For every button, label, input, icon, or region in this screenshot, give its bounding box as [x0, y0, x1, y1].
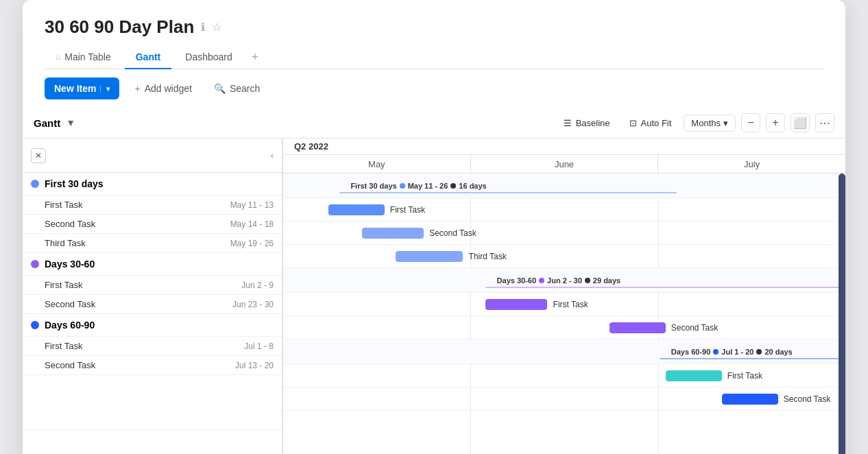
gantt-bar-first-task-blue [328, 204, 385, 215]
more-options-button[interactable]: ⋯ [815, 113, 834, 132]
chart-task-row-first-task-60: First Task [283, 293, 845, 316]
tab-gantt[interactable]: Gantt [125, 46, 172, 69]
info-icon[interactable]: ℹ [201, 21, 205, 34]
chart-task-row-first-task-30: First Task [283, 198, 845, 222]
group-dot-days-60-90 [31, 321, 39, 329]
group-bar-label-days-60-90: Days 60-90 Jul 1 - 20 20 days [671, 348, 793, 356]
right-scrollbar[interactable] [839, 174, 845, 454]
chart-group-row-first-30: First 30 days May 11 - 26 16 days [283, 174, 845, 198]
month-col-may: May [283, 155, 471, 173]
group-underline-bar-30-60 [485, 287, 845, 288]
group-underline-bar-first-30 [339, 192, 677, 193]
tabs-row: ⌂ Main Table Gantt Dashboard + [45, 46, 823, 69]
chart-task-row-second-task-30: Second Task [283, 222, 845, 245]
new-item-chevron: ▾ [100, 85, 110, 93]
group-dot-first-30 [31, 180, 39, 188]
task-row: First Task Jul 1 - 8 [23, 337, 282, 356]
task-row: Second Task Jun 23 - 30 [23, 295, 282, 314]
bar-label-first-task-60: First Task [553, 300, 588, 309]
group-header-first-30: First 30 days [23, 173, 282, 195]
export-button[interactable]: ⬜ [791, 113, 810, 132]
task-row: Second Task Jul 13 - 20 [23, 356, 282, 375]
home-icon: ⌂ [56, 52, 60, 62]
tab-add-button[interactable]: + [246, 47, 265, 67]
tab-main-table[interactable]: ⌂ Main Table [45, 46, 122, 69]
collapse-arrow[interactable]: ‹ [271, 150, 274, 160]
gantt-left-rows: First 30 days First Task May 11 - 13 Sec… [23, 173, 282, 454]
collapse-button[interactable]: ✕ [31, 148, 46, 163]
gantt-chart-area: First 30 days May 11 - 26 16 days First … [283, 174, 845, 454]
page-title: 30 60 90 Day Plan [45, 16, 194, 38]
search-button[interactable]: 🔍 Search [207, 79, 267, 98]
group-dot-days-30-60 [31, 260, 39, 268]
chevron-down-icon: ▾ [723, 118, 728, 128]
months-select[interactable]: Months ▾ [684, 115, 736, 132]
month-row: May June July [283, 155, 845, 173]
autofit-button[interactable]: ⊡ Auto Fit [623, 115, 679, 131]
title-row: 30 60 90 Day Plan ℹ ☆ [45, 16, 823, 38]
new-item-button[interactable]: New Item ▾ [45, 77, 119, 99]
gantt-right-panel: Q2 2022 May June July [283, 139, 845, 454]
baseline-button[interactable]: ☰ Baseline [557, 115, 617, 131]
group-bar-label-first-30: First 30 days May 11 - 26 16 days [350, 182, 486, 190]
search-icon: 🔍 [214, 83, 226, 94]
task-row: First Task May 11 - 13 [23, 195, 282, 215]
quarter-row: Q2 2022 [283, 139, 845, 155]
bar-label-second-task-90: Second Task [784, 394, 831, 404]
gantt-title: Gantt ▼ [34, 117, 75, 129]
month-col-june: June [471, 155, 659, 173]
chart-task-row-second-task-90: Second Task [283, 387, 845, 411]
group-header-days-60-90: Days 60-90 [23, 314, 282, 337]
header: 30 60 90 Day Plan ℹ ☆ ⌂ Main Table Gantt… [23, 0, 845, 69]
gantt-controls: ☰ Baseline ⊡ Auto Fit Months ▾ − + ⬜ ⋯ [557, 113, 834, 132]
gantt-body: ✕ ‹ First 30 days First Task May 11 - 13… [23, 139, 845, 454]
autofit-icon: ⊡ [629, 118, 637, 128]
filter-icon[interactable]: ▼ [66, 117, 75, 128]
gantt-bar-first-task-purple [485, 299, 547, 310]
add-widget-icon: + [134, 83, 140, 94]
app-window: 30 60 90 Day Plan ℹ ☆ ⌂ Main Table Gantt… [23, 0, 845, 454]
task-row: First Task Jun 2 - 9 [23, 276, 282, 295]
bar-label-third-task: Third Task [469, 252, 507, 261]
gantt-container: Gantt ▼ ☰ Baseline ⊡ Auto Fit Months ▾ −… [23, 108, 845, 454]
month-col-july: July [658, 155, 845, 173]
gantt-bar-second-task-blue [362, 228, 424, 239]
chart-task-row-second-task-60: Second Task [283, 316, 845, 339]
baseline-icon: ☰ [564, 118, 572, 128]
quarter-label: Q2 2022 [283, 141, 339, 152]
bar-label-first-task-90: First Task [727, 371, 762, 381]
chart-empty-row [283, 411, 845, 454]
chart-group-row-days-30-60: Days 30-60 Jun 2 - 30 29 days [283, 268, 845, 293]
group-underline-bar-60-90 [660, 358, 845, 359]
task-row: Second Task May 14 - 18 [23, 215, 282, 234]
gantt-right-header: Q2 2022 May June July [283, 139, 845, 174]
group-bar-label-days-30-60: Days 30-60 Jun 2 - 30 29 days [497, 276, 621, 285]
task-row: Third Task May 19 - 26 [23, 234, 282, 253]
star-icon[interactable]: ☆ [212, 21, 221, 34]
gantt-bar-second-task-purple [610, 322, 666, 333]
zoom-in-button[interactable]: + [766, 113, 785, 132]
gantt-bar-first-task-teal [666, 370, 722, 381]
export-icon: ⬜ [793, 117, 807, 130]
gantt-left-header: ✕ ‹ [23, 139, 282, 173]
chart-group-row-days-60-90: Days 60-90 Jul 1 - 20 20 days [283, 339, 845, 364]
zoom-out-button[interactable]: − [741, 113, 760, 132]
chart-task-row-third-task-30: Third Task [283, 245, 845, 268]
gantt-bar-third-task [396, 251, 463, 262]
gantt-bar-second-task-darkblue [722, 394, 778, 405]
group-header-empty [23, 375, 282, 430]
gantt-left-panel: ✕ ‹ First 30 days First Task May 11 - 13… [23, 139, 283, 454]
bar-label-first-task: First Task [390, 205, 425, 215]
group-header-days-30-60: Days 30-60 [23, 253, 282, 276]
bar-label-second-task-60: Second Task [671, 323, 719, 333]
tab-dashboard[interactable]: Dashboard [174, 46, 243, 69]
toolbar: New Item ▾ + Add widget 🔍 Search [23, 69, 845, 108]
gantt-toolbar: Gantt ▼ ☰ Baseline ⊡ Auto Fit Months ▾ −… [23, 108, 845, 139]
bar-label-second-task-30: Second Task [429, 228, 477, 238]
add-widget-button[interactable]: + Add widget [128, 79, 198, 98]
chart-task-row-first-task-90: First Task [283, 364, 845, 387]
